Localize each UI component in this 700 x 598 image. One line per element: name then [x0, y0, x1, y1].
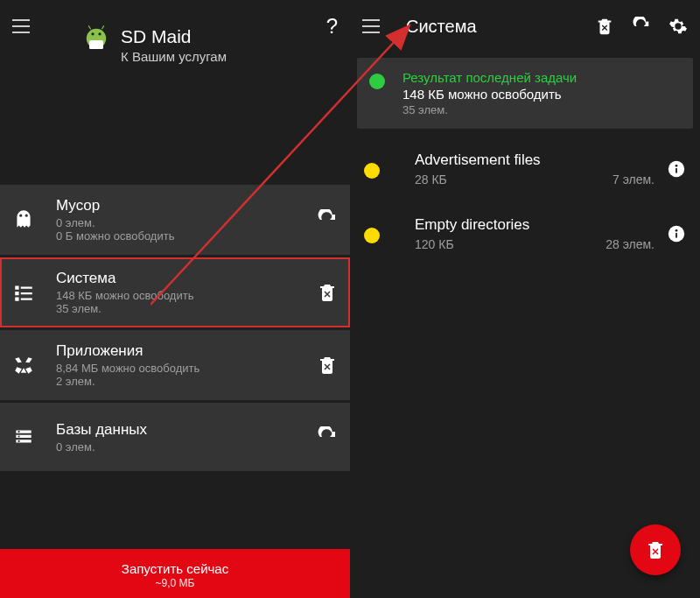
info-icon[interactable] — [667, 224, 686, 243]
status-dot-yellow — [364, 163, 380, 179]
brand-block: SD Maid К Вашим услугам — [0, 26, 350, 80]
result-row[interactable]: Empty directories 120 КБ 28 элем. — [350, 202, 700, 265]
item-title: Приложения — [56, 342, 308, 360]
category-list: Мусор 0 элем. 0 Б можно освободить Систе… — [0, 185, 350, 471]
page-title: Система — [406, 17, 477, 37]
result-row[interactable]: Advertisement files 28 КБ 7 элем. — [350, 137, 700, 201]
run-sub: ~9,0 МБ — [0, 577, 350, 589]
app-subtitle: К Вашим услугам — [121, 49, 227, 64]
category-system[interactable]: Система 148 КБ можно освободить 35 элем. — [0, 257, 350, 327]
app-logo — [79, 23, 114, 58]
svg-point-6 — [18, 431, 20, 433]
summary-sub: 35 элем. — [402, 103, 577, 116]
item-sub: 8,84 МБ можно освободить — [56, 362, 308, 375]
item-title: Базы данных — [56, 421, 308, 439]
item-sub: 0 элем. — [56, 440, 308, 454]
svg-point-2 — [91, 32, 94, 35]
summary-card[interactable]: Результат последней задачи 148 КБ можно … — [357, 58, 693, 129]
settings-icon[interactable] — [668, 17, 688, 36]
run-button[interactable]: Запустить сейчас ~9,0 МБ — [0, 549, 350, 598]
item-sub2: 0 Б можно освободить — [56, 229, 308, 243]
refresh-icon[interactable] — [632, 17, 651, 36]
status-dot-yellow — [364, 228, 380, 243]
row-title: Advertisement files — [415, 151, 654, 169]
summary-line: 148 КБ можно освободить — [402, 87, 577, 102]
item-sub: 148 КБ можно освободить — [56, 289, 308, 302]
row-size: 120 КБ — [415, 237, 454, 251]
svg-line-4 — [88, 25, 90, 29]
info-icon[interactable] — [667, 159, 686, 179]
item-title: Система — [56, 270, 308, 287]
recycle-icon — [12, 354, 35, 376]
hamburger-icon[interactable] — [12, 17, 32, 36]
svg-rect-14 — [676, 233, 677, 238]
database-icon — [12, 426, 35, 448]
svg-point-13 — [676, 229, 678, 232]
list-icon — [12, 281, 35, 304]
svg-point-7 — [18, 435, 20, 437]
row-count: 7 элем. — [612, 172, 654, 186]
delete-icon[interactable] — [317, 282, 338, 303]
ghost-icon — [12, 208, 35, 231]
help-icon[interactable]: ? — [326, 14, 338, 39]
svg-point-8 — [18, 440, 20, 442]
status-dot-green — [369, 74, 385, 89]
row-title: Empty directories — [415, 216, 654, 234]
row-count: 28 элем. — [606, 237, 654, 251]
item-sub: 0 элем. — [56, 216, 308, 229]
category-db[interactable]: Базы данных 0 элем. — [0, 403, 350, 471]
refresh-icon[interactable] — [317, 209, 338, 230]
svg-point-3 — [98, 32, 101, 35]
summary-title: Результат последней задачи — [402, 70, 577, 85]
category-apps[interactable]: Приложения 8,84 МБ можно освободить 2 эл… — [0, 330, 350, 400]
item-sub2: 2 элем. — [56, 375, 308, 388]
svg-rect-1 — [89, 40, 103, 49]
delete-icon[interactable] — [595, 17, 614, 36]
item-title: Мусор — [56, 197, 308, 215]
run-title: Запустить сейчас — [0, 561, 350, 576]
row-size: 28 КБ — [415, 172, 447, 186]
hamburger-icon[interactable] — [362, 17, 382, 36]
refresh-icon[interactable] — [317, 426, 338, 447]
svg-point-10 — [676, 165, 678, 167]
fab-delete[interactable] — [630, 524, 681, 575]
item-sub2: 35 элем. — [56, 302, 308, 315]
delete-icon[interactable] — [317, 355, 338, 376]
category-trash[interactable]: Мусор 0 элем. 0 Б можно освободить — [0, 185, 350, 255]
svg-line-5 — [102, 25, 103, 29]
svg-rect-11 — [676, 168, 677, 173]
app-title: SD Maid — [121, 26, 227, 47]
delete-icon — [645, 539, 666, 560]
